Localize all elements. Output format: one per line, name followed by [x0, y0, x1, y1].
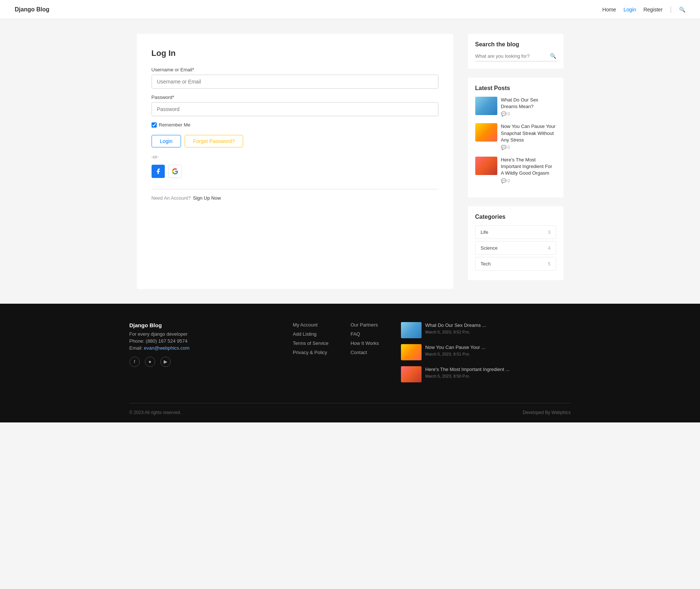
action-buttons: Login Forget Password? — [152, 135, 438, 147]
facebook-icon[interactable]: f — [129, 357, 140, 367]
footer-tagline: For every django developer — [129, 331, 271, 337]
password-group: Password* — [152, 94, 438, 116]
category-name: Life — [481, 229, 488, 235]
footer-email-row: Email: evan@webphics.com — [129, 345, 271, 351]
footer-link-partners[interactable]: Our Partners — [351, 322, 379, 328]
footer-link-terms[interactable]: Terms of Service — [293, 340, 328, 346]
list-item[interactable]: Tech 5 — [475, 257, 556, 271]
footer-link-how-it-works[interactable]: How It Works — [351, 340, 379, 346]
login-title: Log In — [152, 49, 438, 58]
list-item: Now You Can Pause Your Snapchat Streak W… — [475, 123, 556, 150]
list-item: Here's The Most Important Ingredient For… — [475, 157, 556, 183]
post-comments: 💬 0 — [501, 145, 556, 150]
need-account-text: Need An Account? — [152, 195, 191, 201]
category-count: 4 — [548, 245, 550, 251]
post-thumbnail — [475, 157, 497, 175]
list-item: What Do Our Sex Dreams ... March 5, 2023… — [401, 322, 571, 338]
footer-post-thumbnail — [401, 322, 422, 338]
instagram-icon[interactable]: ● — [145, 357, 155, 367]
footer-link-faq[interactable]: FAQ — [351, 331, 379, 337]
footer-post-thumbnail — [401, 366, 422, 382]
copyright-text: © 2023 All rights reserved. — [129, 410, 181, 415]
footer-link-my-account[interactable]: My Account — [293, 322, 328, 328]
google-login-button[interactable] — [168, 165, 182, 178]
footer-phone: Phone: (880) 167 524 9574 — [129, 338, 271, 344]
post-title-link[interactable]: Here's The Most Important Ingredient For… — [501, 157, 556, 177]
or-divider: -or- — [152, 154, 438, 160]
search-section: Search the blog 🔍 — [468, 34, 564, 69]
username-group: Username or Email* — [152, 67, 438, 89]
nav-register[interactable]: Register — [643, 7, 662, 13]
list-item: Here's The Most Important Ingredient ...… — [401, 366, 571, 382]
password-label: Password* — [152, 94, 438, 100]
search-icon[interactable]: 🔍 — [679, 7, 685, 13]
sidebar: Search the blog 🔍 Latest Posts What Do O… — [468, 34, 564, 289]
comment-icon: 💬 — [501, 111, 507, 117]
footer-post-date: March 5, 2023, 8:50 P.m. — [425, 374, 509, 378]
footer-col-1: My Account Add Listing Terms of Service … — [293, 322, 328, 388]
search-input[interactable] — [475, 53, 550, 59]
footer-email-link[interactable]: evan@webphics.com — [144, 345, 189, 351]
footer-email-label: Email: — [129, 345, 143, 351]
remember-me-group: Remember Me — [152, 122, 438, 128]
nav-divider: | — [670, 6, 672, 13]
footer-brand-section: Django Blog For every django developer P… — [129, 322, 271, 388]
categories-section: Categories Life 3 Science 4 Tech 5 — [468, 206, 564, 280]
post-thumbnail — [475, 123, 497, 142]
list-item[interactable]: Science 4 — [475, 241, 556, 255]
developed-by-text: Developed By Webphics — [523, 410, 571, 415]
search-icon[interactable]: 🔍 — [550, 53, 556, 59]
search-title: Search the blog — [475, 41, 556, 48]
footer-post-title: What Do Our Sex Dreams ... — [425, 322, 486, 329]
comment-icon: 💬 — [501, 145, 507, 150]
list-item[interactable]: Life 3 — [475, 225, 556, 239]
login-button[interactable]: Login — [152, 135, 181, 147]
navbar: Django Blog Home Login Register | 🔍 — [0, 0, 700, 19]
nav-home[interactable]: Home — [603, 7, 616, 13]
youtube-icon[interactable]: ▶ — [160, 357, 171, 367]
username-label: Username or Email* — [152, 67, 438, 72]
footer-brand-name: Django Blog — [129, 322, 271, 328]
remember-label: Remember Me — [159, 122, 191, 128]
category-count: 3 — [548, 229, 550, 235]
latest-posts-title: Latest Posts — [475, 85, 556, 92]
list-item: Now You Can Pause Your ... March 5, 2023… — [401, 344, 571, 360]
list-item: What Do Our Sex Dreams Mean? 💬 0 — [475, 97, 556, 117]
footer-bottom: © 2023 All rights reserved. Developed By… — [129, 403, 571, 415]
social-login-group — [152, 165, 438, 178]
site-brand[interactable]: Django Blog — [15, 6, 49, 13]
category-name: Science — [481, 245, 498, 251]
latest-posts-section: Latest Posts What Do Our Sex Dreams Mean… — [468, 78, 564, 197]
nav-login[interactable]: Login — [623, 7, 636, 13]
footer-posts-section: What Do Our Sex Dreams ... March 5, 2023… — [401, 322, 571, 388]
form-divider — [152, 189, 438, 189]
facebook-login-button[interactable] — [152, 165, 165, 178]
footer-post-title: Now You Can Pause Your ... — [425, 344, 485, 351]
footer-post-date: March 5, 2023, 8:51 P.m. — [425, 352, 485, 356]
footer-link-add-listing[interactable]: Add Listing — [293, 331, 328, 337]
footer-post-date: March 5, 2023, 8:52 P.m. — [425, 330, 486, 334]
signup-link[interactable]: Sign Up Now — [193, 195, 221, 201]
post-title-link[interactable]: Now You Can Pause Your Snapchat Streak W… — [501, 123, 556, 143]
footer-link-privacy[interactable]: Privacy & Policy — [293, 350, 328, 355]
username-input[interactable] — [152, 75, 438, 89]
footer-link-contact[interactable]: Contact — [351, 350, 379, 355]
remember-checkbox[interactable] — [152, 122, 157, 128]
main-container: Log In Username or Email* Password* Reme… — [129, 19, 571, 304]
footer: Django Blog For every django developer P… — [0, 304, 700, 422]
footer-post-title: Here's The Most Important Ingredient ... — [425, 366, 509, 373]
login-section: Log In Username or Email* Password* Reme… — [137, 34, 453, 289]
category-count: 5 — [548, 261, 550, 267]
comment-icon: 💬 — [501, 178, 507, 183]
post-title-link[interactable]: What Do Our Sex Dreams Mean? — [501, 97, 556, 110]
post-comments: 💬 0 — [501, 178, 556, 183]
forget-password-button[interactable]: Forget Password? — [185, 135, 244, 147]
post-comments: 💬 0 — [501, 111, 556, 117]
footer-col-2: Our Partners FAQ How It Works Contact — [351, 322, 379, 388]
password-input[interactable] — [152, 102, 438, 116]
signup-row: Need An Account? Sign Up Now — [152, 195, 438, 201]
category-name: Tech — [481, 261, 491, 267]
post-thumbnail — [475, 97, 497, 115]
footer-social-links: f ● ▶ — [129, 357, 271, 367]
footer-links-section: My Account Add Listing Terms of Service … — [293, 322, 379, 388]
